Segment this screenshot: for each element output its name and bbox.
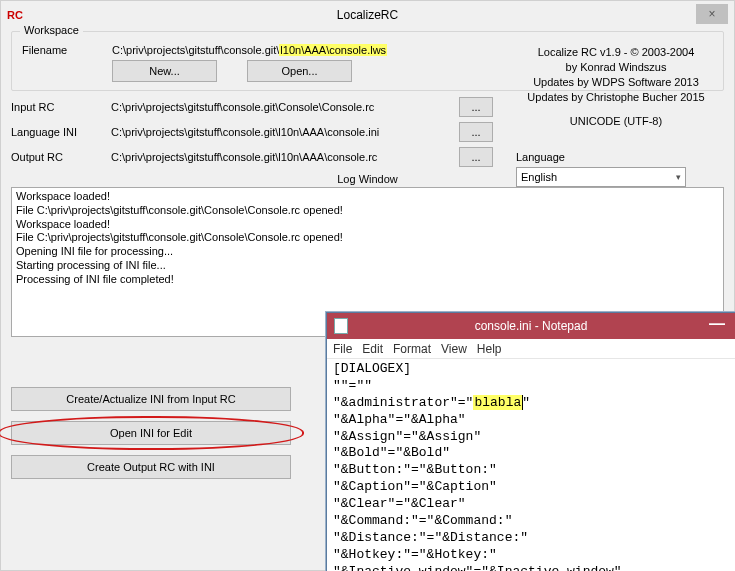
notepad-minimize-button[interactable]: — xyxy=(709,315,725,333)
main-window: RC LocalizeRC × Workspace Filename C:\pr… xyxy=(0,0,735,571)
titlebar: RC LocalizeRC × xyxy=(1,1,734,29)
notepad-title: console.ini - Notepad xyxy=(475,319,588,333)
filename-prefix: C:\priv\projects\gitstuff\console.git\ xyxy=(112,44,279,56)
input-rc-value: C:\priv\projects\gitstuff\console.git\Co… xyxy=(111,101,451,113)
about-line4: Updates by Christophe Bucher 2015 xyxy=(516,90,716,105)
input-rc-browse-button[interactable]: ... xyxy=(459,97,493,117)
output-rc-label: Output RC xyxy=(11,151,111,163)
action-buttons: Create/Actualize INI from Input RC Open … xyxy=(11,387,311,479)
language-ini-label: Language INI xyxy=(11,126,111,138)
menu-file[interactable]: File xyxy=(333,342,352,356)
filename-value: C:\priv\projects\gitstuff\console.git\l1… xyxy=(112,44,387,56)
about-line1: Localize RC v1.9 - © 2003-2004 xyxy=(516,45,716,60)
notepad-window: console.ini - Notepad — File Edit Format… xyxy=(326,312,735,571)
menu-view[interactable]: View xyxy=(441,342,467,356)
about-line3: Updates by WDPS Software 2013 xyxy=(516,75,716,90)
language-ini-browse-button[interactable]: ... xyxy=(459,122,493,142)
menu-format[interactable]: Format xyxy=(393,342,431,356)
window-title: LocalizeRC xyxy=(337,8,398,22)
chevron-down-icon: ▾ xyxy=(676,172,681,182)
notepad-icon xyxy=(335,319,347,333)
filename-highlight: l10n\AAA\console.lws xyxy=(279,44,387,56)
app-icon: RC xyxy=(7,9,23,21)
language-label: Language xyxy=(516,151,716,163)
language-ini-value: C:\priv\projects\gitstuff\console.git\l1… xyxy=(111,126,451,138)
language-select[interactable]: English ▾ xyxy=(516,167,686,187)
close-button[interactable]: × xyxy=(696,4,728,24)
about-encoding: UNICODE (UTF-8) xyxy=(516,114,716,129)
np-highlight: blabla xyxy=(473,395,523,410)
output-rc-browse-button[interactable]: ... xyxy=(459,147,493,167)
about-line2: by Konrad Windszus xyxy=(516,60,716,75)
language-panel: Language English ▾ xyxy=(516,151,716,187)
np-pre: [DIALOGEX] ""="" "&administrator"=" xyxy=(333,361,473,410)
create-ini-button[interactable]: Create/Actualize INI from Input RC xyxy=(11,387,291,411)
open-button[interactable]: Open... xyxy=(247,60,352,82)
new-button[interactable]: New... xyxy=(112,60,217,82)
create-output-rc-button[interactable]: Create Output RC with INI xyxy=(11,455,291,479)
notepad-titlebar: console.ini - Notepad — xyxy=(327,313,735,339)
filename-label: Filename xyxy=(22,44,112,56)
workspace-legend: Workspace xyxy=(20,24,83,36)
output-rc-value: C:\priv\projects\gitstuff\console.git\l1… xyxy=(111,151,451,163)
open-ini-button[interactable]: Open INI for Edit xyxy=(11,421,291,445)
np-post: " "&Alpha"="&Alpha" "&Assign"="&Assign" … xyxy=(333,395,622,571)
menu-edit[interactable]: Edit xyxy=(362,342,383,356)
about-panel: Localize RC v1.9 - © 2003-2004 by Konrad… xyxy=(516,45,716,129)
menu-help[interactable]: Help xyxy=(477,342,502,356)
language-value: English xyxy=(521,171,557,183)
notepad-menu: File Edit Format View Help xyxy=(327,339,735,359)
input-rc-label: Input RC xyxy=(11,101,111,113)
notepad-body[interactable]: [DIALOGEX] ""="" "&administrator"="blabl… xyxy=(327,359,735,571)
